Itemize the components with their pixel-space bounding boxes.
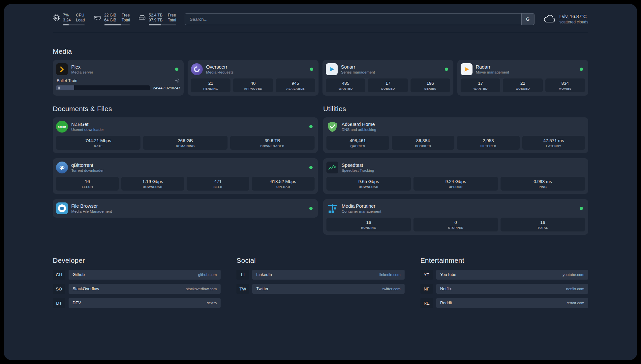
bookmark-abbr: TW — [236, 284, 249, 294]
bookmark-dev[interactable]: DT DEV dev.to — [53, 298, 221, 308]
stat-value: 16 — [57, 179, 117, 184]
stat-value: 16 — [328, 220, 410, 225]
portainer-icon — [326, 202, 338, 214]
screen-frame: 7% 3.24 CPU Load — [0, 0, 641, 364]
card-head: Media Portainer Container management — [326, 202, 585, 214]
playback-time: 24:44 / 02:06:47 — [153, 86, 180, 90]
card-head: qb qBittorrent Torrent downloader — [56, 162, 315, 173]
service-card-portainer[interactable]: Media Portainer Container management 16 … — [323, 199, 588, 235]
bookmark-netflix[interactable]: NF Netflix netflix.com — [420, 284, 588, 294]
section-title-entertainment: Entertainment — [420, 257, 588, 264]
card-head: nzbget NZBGet Usenet downloader — [56, 121, 315, 133]
stat-value: 17 — [462, 81, 499, 86]
stat-value: 834 — [547, 81, 584, 86]
stat-label: MOVIES — [547, 87, 584, 90]
bookmark-abbr: DT — [53, 298, 65, 308]
service-card-filebrowser[interactable]: File Browser Media File Management — [53, 199, 318, 218]
stat-tile: 485 WANTED — [326, 78, 365, 92]
stat-value: 471 — [188, 179, 248, 184]
service-card-radarr[interactable]: Radarr Movie management 17 WANTED 22 QUE… — [457, 60, 588, 96]
stat-value: 945 — [277, 81, 314, 86]
bookmark-stackoverflow[interactable]: SO StackOverflow stackoverflow.com — [53, 284, 221, 294]
stat-value: 22 — [504, 81, 541, 86]
pause-icon[interactable] — [58, 86, 60, 89]
bookmark-youtube[interactable]: YT YouTube youtube.com — [420, 270, 588, 280]
bookmark-domain: netflix.com — [566, 287, 584, 291]
card-head: Plex Media server — [56, 63, 180, 75]
memory-usage-bar — [104, 24, 130, 25]
stats-row: 16 RUNNING 0 STOPPED 16 TOTAL — [326, 218, 585, 231]
search-bar: G — [185, 13, 534, 25]
bookmark-domain: reddit.com — [566, 301, 584, 305]
service-card-adguard[interactable]: AdGuard Home DNS and adblocking 498,461 … — [323, 117, 588, 153]
documents-column: Documents & Files nzbget NZBGet Usenet d… — [53, 105, 318, 218]
bookmarks: Developer GH Github github.com SO StackO… — [53, 257, 588, 308]
stat-label: LATENCY — [524, 144, 584, 148]
status-dot — [445, 68, 448, 71]
service-card-sonarr[interactable]: Sonarr Series management 485 WANTED 17 Q… — [322, 60, 453, 96]
bookmark-abbr: RE — [420, 298, 433, 308]
bookmark-domain: youtube.com — [563, 273, 584, 277]
service-card-overseerr[interactable]: Overseerr Media Requests 21 PENDING 40 A… — [188, 60, 319, 96]
bookmark-abbr: GH — [53, 270, 65, 280]
disk-widget: 52.4 TB 97.9 TB Free Total — [138, 13, 176, 25]
bookmark-name: Github — [73, 272, 85, 277]
bookmark-github[interactable]: GH Github github.com — [53, 270, 221, 280]
stat-value: 1.19 Gbps — [123, 179, 183, 184]
memory-usage-bar-fill — [104, 24, 121, 25]
stat-label: SEED — [188, 185, 248, 189]
stats-row: 744.21 Mbps RATE 266 GB REMAINING 39.6 T… — [56, 136, 315, 150]
service-card-qbittorrent[interactable]: qb qBittorrent Torrent downloader 16 LEE… — [53, 158, 318, 194]
card-head: Overseerr Media Requests — [191, 63, 315, 75]
service-card-nzbget[interactable]: nzbget NZBGet Usenet downloader 744.21 M… — [53, 117, 318, 153]
cpu-percent-value: 7% — [63, 13, 71, 18]
stat-label: WANTED — [462, 87, 499, 90]
service-card-plex[interactable]: Plex Media server Bullet Train — [53, 60, 184, 96]
playback-progress-bar[interactable] — [56, 85, 150, 90]
topbar: 7% 3.24 CPU Load — [53, 11, 588, 27]
card-head: Radarr Movie management — [461, 63, 585, 75]
stat-value: 86,384 — [393, 138, 453, 143]
bookmark-name: Netflix — [440, 287, 452, 291]
bookmark-reddit[interactable]: RE Reddit reddit.com — [420, 298, 588, 308]
gear-icon[interactable] — [175, 78, 180, 83]
weather-condition: scattered clouds — [560, 20, 588, 24]
service-name: Media Portainer — [342, 203, 381, 209]
disk-free-value: 52.4 TB — [149, 13, 163, 18]
search-provider-button[interactable]: G — [521, 13, 534, 25]
bookmark-abbr: LI — [236, 270, 249, 280]
stat-value: 0 — [415, 220, 497, 225]
status-dot — [310, 68, 313, 71]
card-head: Speedtest Speedtest Tracking — [326, 162, 585, 173]
stat-label: RUNNING — [328, 226, 410, 229]
status-dot — [309, 207, 313, 210]
now-playing-title: Bullet Train — [57, 78, 77, 83]
bookmark-name: Reddit — [440, 301, 452, 305]
stat-label: REMAINING — [144, 144, 226, 148]
stat-label: QUEUED — [504, 87, 541, 90]
cpu-load-value: 3.24 — [63, 18, 71, 23]
overseerr-icon — [191, 63, 203, 75]
stat-label: UPLOAD — [415, 185, 497, 189]
stat-tile: 17 WANTED — [461, 78, 500, 92]
stat-tile: 39.6 TB DOWNLOADED — [230, 136, 315, 150]
service-subtitle: Movie management — [476, 70, 509, 74]
memory-free-value: 22 GiB — [104, 13, 116, 18]
nzbget-icon-label: nzbget — [58, 125, 66, 128]
stat-value: 618.52 Mbps — [253, 179, 313, 184]
bookmark-linkedin[interactable]: LI LinkedIn linkedin.com — [236, 270, 404, 280]
stat-tile: 266 GB REMAINING — [143, 136, 228, 150]
service-name: Overseerr — [206, 64, 233, 70]
cpu-label-top: CPU — [76, 13, 85, 18]
service-subtitle: Media Requests — [206, 70, 233, 74]
disk-label-bottom: Total — [168, 18, 176, 23]
memory-label-top: Free — [122, 13, 130, 18]
service-name: Plex — [71, 64, 93, 70]
search-input[interactable] — [185, 13, 534, 25]
bookmark-twitter[interactable]: TW Twitter twitter.com — [236, 284, 404, 294]
service-card-speedtest[interactable]: Speedtest Speedtest Tracking 9.65 Gbps D… — [323, 158, 588, 194]
service-name: Sonarr — [341, 64, 375, 70]
stat-value: 9.24 Gbps — [415, 179, 497, 184]
bookmark-domain: github.com — [198, 273, 217, 277]
stat-label: UPLOAD — [253, 185, 313, 189]
